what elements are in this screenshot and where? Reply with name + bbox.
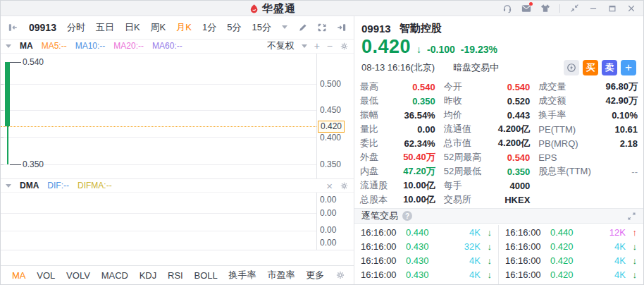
tab-indicator-shiyinglv[interactable]: 市盈率 xyxy=(267,269,295,281)
tab-indicator-huanshoulv[interactable]: 换手率 xyxy=(229,269,256,281)
stats-row: 量比0.00 流通值4.200亿 PE(TTM)10.61 xyxy=(360,122,638,136)
stat-value: 0.350 xyxy=(490,166,531,177)
stat-label: 流通值 xyxy=(444,123,490,135)
unread-badge xyxy=(529,2,533,6)
stat-value: 42.90万 xyxy=(597,95,638,107)
stat-value: 0.540 xyxy=(395,82,435,92)
ma20-value: MA20:-- xyxy=(113,41,144,51)
flash-order-button[interactable] xyxy=(564,60,579,75)
stat-value: 4.200亿 xyxy=(490,137,531,150)
overlay-name[interactable]: MA xyxy=(20,41,33,51)
stat-value: 10.61 xyxy=(597,124,638,135)
tab-period-15min[interactable]: 15分 xyxy=(252,21,271,34)
expand-panel-right-icon[interactable] xyxy=(336,23,347,32)
messages-icon[interactable] xyxy=(521,4,531,13)
quote-datetime: 08-13 16:16(北京) xyxy=(361,61,435,74)
trade-row: 16:16:00 0.440 4K ↓ xyxy=(354,225,498,239)
tab-indicator-kdj[interactable]: KDJ xyxy=(140,270,157,281)
app-title: 华盛通 xyxy=(262,2,296,16)
stat-label: 最高 xyxy=(360,80,395,93)
tab-period-zhouk[interactable]: 周K xyxy=(151,21,166,34)
tab-period-wuri[interactable]: 五日 xyxy=(96,21,114,34)
close-indicator-icon[interactable]: × xyxy=(326,181,333,191)
customer-service-icon[interactable] xyxy=(502,4,512,13)
main-candlestick-chart[interactable]: 0.540 0.350 0.500 0.450 0.420 0.400 0.35… xyxy=(1,54,354,179)
session-status: 暗盘交易中 xyxy=(453,61,499,74)
stat-label: 均价 xyxy=(444,109,490,121)
tab-indicator-volv[interactable]: VOLV xyxy=(66,270,90,281)
topbar: 华盛通 xyxy=(1,1,643,16)
trade-direction-down-icon: ↓ xyxy=(481,255,492,266)
tab-indicator-boll[interactable]: BOLL xyxy=(194,270,218,281)
maximize-icon[interactable] xyxy=(607,4,617,13)
draw-pencil-icon[interactable] xyxy=(298,23,308,32)
stat-label: 振幅 xyxy=(360,109,395,121)
fullscreen-icon[interactable] xyxy=(317,23,327,32)
stats-row: 内盘47.20万 52周最低0.350 股息率(TTM)-- xyxy=(360,164,638,178)
tick-trades-list[interactable]: 16:16:00 0.440 4K ↓ 16:16:00 0.430 32K ↓… xyxy=(354,224,643,284)
stat-value: 50.40万 xyxy=(395,151,435,164)
stat-value: 0.520 xyxy=(490,96,531,107)
stat-label: 交易所 xyxy=(444,193,490,206)
stat-label: PB(MRQ) xyxy=(538,138,597,149)
ma-chevron-down-icon[interactable] xyxy=(6,44,11,48)
sell-button[interactable]: 卖 xyxy=(602,60,617,75)
tab-indicator-more[interactable]: 更多 xyxy=(306,269,324,281)
trade-volume: 12K xyxy=(587,227,626,238)
close-icon[interactable] xyxy=(626,4,636,13)
trade-row: 16:16:00 0.420 4K ↓ xyxy=(499,239,643,253)
axis-label: 0.400 xyxy=(320,133,341,142)
stats-row: 外盘50.40万 52周最高0.540 EPS xyxy=(360,150,638,164)
tab-indicator-macd[interactable]: MACD xyxy=(101,270,128,281)
trade-price: 0.430 xyxy=(406,255,442,266)
gridline xyxy=(1,213,316,214)
tab-indicator-ma[interactable]: MA xyxy=(12,270,26,281)
tab-period-5min[interactable]: 5分 xyxy=(227,21,241,34)
trade-volume: 4K xyxy=(587,255,626,266)
dma-settings-gear-icon[interactable] xyxy=(340,181,349,190)
dma-name[interactable]: DMA xyxy=(20,181,39,190)
adjust-mode-select[interactable]: 不复权 xyxy=(267,40,295,52)
zoom-in-icon[interactable]: + xyxy=(314,41,320,51)
ma-overlay-row: MA MA5:-- MA10:-- MA20:-- MA60:-- 不复权 + … xyxy=(1,40,354,54)
collapse-panel-left-icon[interactable] xyxy=(8,23,18,32)
tab-period-1min[interactable]: 1分 xyxy=(202,21,216,34)
buy-button[interactable]: 买 xyxy=(583,60,598,75)
tab-indicator-rsi[interactable]: RSI xyxy=(168,270,183,281)
tab-indicator-vol[interactable]: VOL xyxy=(37,270,55,281)
axis-label: 0.500 xyxy=(320,79,341,89)
price-change-percent: -19.23% xyxy=(461,44,497,55)
expand-trades-icon[interactable] xyxy=(627,212,636,221)
trade-price: 0.440 xyxy=(550,227,587,238)
zoom-out-icon[interactable]: − xyxy=(327,41,333,51)
stat-label: PE(TTM) xyxy=(538,124,597,135)
tick-trades-title: 逐笔交易 xyxy=(361,210,398,222)
trade-price: 0.420 xyxy=(550,241,587,252)
tab-period-yuek[interactable]: 月K xyxy=(176,21,192,34)
more-periods-chevron-down-icon[interactable] xyxy=(282,25,287,29)
stat-label: 股息率(TTM) xyxy=(538,165,597,178)
trade-direction-up-icon: ↑ xyxy=(626,227,637,238)
dma-indicator-header: DMA DIF:-- DIFMA:-- × xyxy=(1,178,354,193)
dma-chevron-down-icon[interactable] xyxy=(6,184,11,188)
dock-window-icon[interactable] xyxy=(569,4,579,13)
dma-indicator-chart[interactable]: 0.00 0.00 0.00 0.00 xyxy=(1,193,354,250)
indicator-settings-gear-icon[interactable] xyxy=(335,270,345,280)
stat-value: HKEX xyxy=(490,195,531,205)
stats-row: 最高0.540 今开0.540 成交量96.80万 xyxy=(360,80,638,94)
help-icon[interactable]: ? xyxy=(402,211,412,221)
stat-value: 4000 xyxy=(490,181,531,191)
adjust-chevron-down-icon[interactable] xyxy=(302,44,307,48)
stat-value: 10.00亿 xyxy=(395,193,435,206)
chart-settings-gear-icon[interactable] xyxy=(340,42,349,51)
theme-shop-icon[interactable] xyxy=(540,4,550,13)
add-to-watchlist-button[interactable]: + xyxy=(621,60,636,75)
trade-time: 16:16:00 xyxy=(361,241,406,252)
trade-price: 0.420 xyxy=(550,269,587,280)
trade-time: 16:16:00 xyxy=(361,255,406,266)
ma60-value: MA60:-- xyxy=(152,41,182,51)
minimize-icon[interactable] xyxy=(588,4,598,13)
tab-period-rik[interactable]: 日K xyxy=(125,21,140,34)
candle-body xyxy=(5,62,10,126)
tab-period-fenshi[interactable]: 分时 xyxy=(67,21,85,34)
